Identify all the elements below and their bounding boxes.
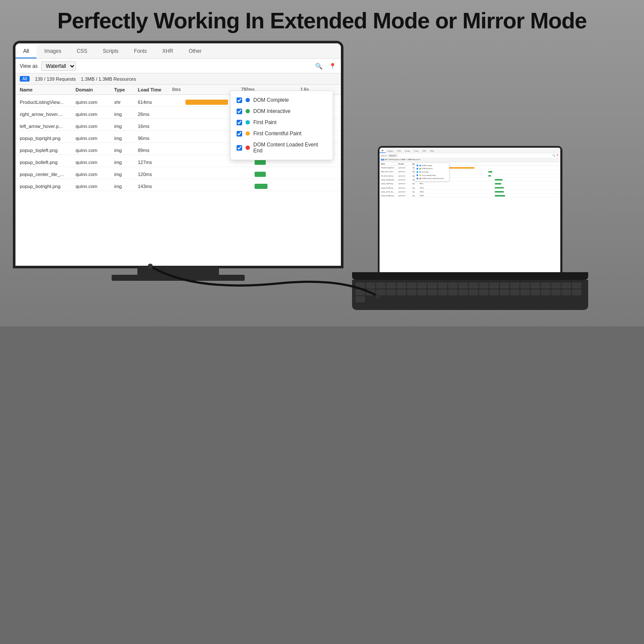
toolbar: View as Waterfall 🔍 📍 — [15, 59, 341, 73]
col-type: Type — [114, 87, 138, 92]
pin-icon[interactable]: 📍 — [328, 62, 337, 70]
monitor-screen: All Images CSS Scripts Fonts XHR Other V… — [15, 43, 341, 266]
mini-toolbar: View as Waterfall ▾ 🔍 📍 — [380, 153, 560, 158]
popup-item-first-contentful[interactable]: First Contentful Paint — [231, 128, 333, 139]
tab-xhr[interactable]: XHR — [155, 45, 181, 58]
network-panel: All Images CSS Scripts Fonts XHR Other V… — [15, 43, 341, 266]
view-mode-select[interactable]: Waterfall — [41, 61, 76, 71]
mini-table-row: ProductListingView...quinn.comxhr614ms — [380, 166, 560, 170]
mini-table-header: Name Domain Type Load Time Timeline — [380, 162, 560, 166]
mini-table-row: popup_botright.pngquinn.comimg143ms — [380, 194, 560, 197]
col-domain: Domain — [76, 87, 114, 92]
svg-point-1 — [375, 294, 380, 299]
mini-tabs-row: All Images CSS Scripts Fonts XHR Other — [380, 148, 560, 153]
laptop-mirror: All Images CSS Scripts Fonts XHR Other V… — [378, 146, 562, 275]
mini-table-row: popup_botleft.pngquinn.comimg127ms — [380, 185, 560, 189]
dom-complete-dot — [246, 98, 250, 102]
popup-dropdown: DOM Complete DOM Interactive First Paint… — [230, 91, 333, 160]
popup-item-dom-interactive[interactable]: DOM Interactive — [231, 106, 333, 117]
popup-item-dom-loaded[interactable]: DOM Content Loaded Event End — [231, 139, 333, 156]
col-name: Name — [20, 87, 76, 92]
dom-loaded-dot — [246, 146, 250, 150]
first-contentful-dot — [246, 131, 250, 136]
mini-table-row: left_arrow_hover.p...quinn.comimg16ms — [380, 173, 560, 177]
laptop-mirror-keyboard — [352, 280, 588, 310]
tabs-row: All Images CSS Scripts Fonts XHR Other — [15, 43, 341, 59]
view-as-label: View as — [20, 63, 38, 69]
laptop-mirror-bottom — [352, 272, 588, 280]
stats-bar: All 139 / 139 Requests 1.3MB / 1.3MB Res… — [15, 73, 341, 85]
mini-table-row: popup_topright.pngquinn.comimg96ms — [380, 178, 560, 182]
mini-table-row: popup_center_tile_...quinn.comimg120ms — [380, 189, 560, 193]
mini-table-row: popup_topleft.pngquinn.comimg89ms — [380, 182, 560, 185]
tab-css[interactable]: CSS — [69, 45, 95, 58]
page-title: Perfectly Working In Extended Mode or Mi… — [0, 8, 644, 33]
filter-tag[interactable]: All — [20, 76, 30, 82]
tab-images[interactable]: Images — [36, 45, 69, 58]
mini-table-row: right_arrow_hover...quinn.comimg26ms — [380, 170, 560, 173]
cable-1 — [86, 258, 386, 309]
extend-section: Extend Mode All Images CSS Scripts Fonts… — [0, 326, 644, 644]
table-row[interactable]: popup_center_tile_... quinn.com img 120m… — [15, 167, 341, 179]
tab-all[interactable]: All — [15, 45, 36, 58]
requests-count: 139 / 139 Requests — [35, 76, 76, 82]
popup-item-first-paint[interactable]: First Paint — [231, 117, 333, 128]
search-icon[interactable]: 🔍 — [314, 62, 323, 70]
toolbar-icons: 🔍 📍 — [314, 62, 337, 70]
tab-scripts[interactable]: Scripts — [95, 45, 126, 58]
keyboard-keys — [352, 280, 588, 305]
resources-size: 1.3MB / 1.3MB Resources — [81, 76, 136, 82]
monitor: All Images CSS Scripts Fonts XHR Other V… — [13, 41, 343, 268]
tab-other[interactable]: Other — [181, 45, 209, 58]
mini-table-body: ProductListingView...quinn.comxhr614ms r… — [380, 166, 560, 197]
svg-point-0 — [148, 264, 153, 269]
popup-item-dom-complete[interactable]: DOM Complete — [231, 94, 333, 106]
mini-network-mirror: All Images CSS Scripts Fonts XHR Other V… — [380, 148, 560, 273]
table-row[interactable]: popup_botright.png quinn.com img 143ms — [15, 179, 341, 191]
dom-interactive-dot — [246, 109, 250, 113]
mini-popup: DOM Complete DOM Interactive First Paint… — [414, 163, 449, 182]
first-paint-dot — [246, 120, 250, 125]
col-loadtime: Load Time — [138, 87, 172, 92]
tab-fonts[interactable]: Fonts — [126, 45, 155, 58]
mini-stats: All 139 / 139 Requests 1.3MB / 1.3MB Res… — [380, 158, 560, 162]
